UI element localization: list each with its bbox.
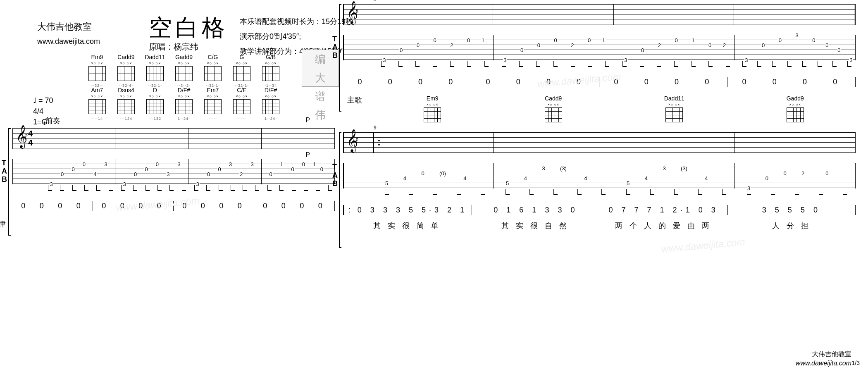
system-bracket xyxy=(339,4,341,112)
tab-label: TAB xyxy=(332,163,338,188)
staff-bars: 9 xyxy=(373,132,856,153)
melody-label: 主旋律 xyxy=(0,219,6,229)
chord-Dsus4: Dsus4 ×○ ○×---124 xyxy=(116,87,136,116)
melody-line: 0000000000000000 xyxy=(12,201,335,213)
tab-bars: 300043300033300323010010 xyxy=(42,159,335,184)
tab-label: TAB xyxy=(332,35,338,60)
chord-Dadd11: Dadd11 ×○ ○×--32-1- xyxy=(145,54,165,83)
tablature: TAB P 300043300033300323010010 xyxy=(12,159,335,184)
chord-Em7: Em7 ×○ ○×----- xyxy=(203,87,223,116)
chord-diagrams-above: Em9 ×○ ○× Cadd9 ×○ ○× Dadd11 ×○ ○× Gadd9… xyxy=(372,95,856,124)
brand-url: www.daweijita.com xyxy=(37,37,100,46)
melody-numbers: :0 3 3 3 5 5·3 2 10 1 6 1 3 3 00 7 7 7 1… xyxy=(343,205,856,217)
tablature: TAB 540(0)4543(3)4543(3)430020 xyxy=(343,163,856,188)
tab-bars: 540(0)4543(3)4543(3)430020 xyxy=(373,163,856,188)
intro-label: 前奏 xyxy=(45,116,60,126)
chord-Em9: Em9 ×○ ○× xyxy=(422,95,443,124)
system-bracket xyxy=(8,128,11,236)
chord-D: D ×○ ○×---132 xyxy=(145,87,165,116)
system-bracket xyxy=(339,132,341,248)
chord-Gadd9: Gadd9 ×○ ○×--3--2- xyxy=(174,54,194,83)
notation-staff: 𝄞 ♯ 9 xyxy=(343,132,856,153)
chord-Em9: Em9 ×○ ○×--32-- xyxy=(87,54,107,83)
notation-staff: 𝄞 ♯ 44 1 xyxy=(12,128,335,149)
repeat-start-icon xyxy=(373,132,376,153)
page-number: 1/3 xyxy=(852,360,860,366)
music-system-1: 吉他 主旋律 前奏 P 𝄞 ♯ 44 1 TAB P 3000433000333… xyxy=(12,128,335,236)
key-signature: ♯ xyxy=(355,7,359,15)
key-signature: ♯ xyxy=(355,136,359,143)
chord-D/F#: D/F# ×○ ○×1--24- xyxy=(260,87,281,116)
chord-D/F#: D/F# ×○ ○×1--24- xyxy=(174,87,194,116)
key-signature: ♯ xyxy=(25,131,28,139)
chord-C/G: C/G ×○ ○×--32-1- xyxy=(203,54,223,83)
staff-bars: 5 xyxy=(373,4,856,25)
verse-label: 主歌 xyxy=(347,95,362,105)
chord-G/B: G/B ×○ ○×-1--34 xyxy=(260,54,281,83)
chord-diagrams-row2: Am7 ×○ ○×----14 Dsus4 ×○ ○×---124 D ×○ ○… xyxy=(87,87,281,116)
footer: 大伟吉他教室 www.daweijita.com xyxy=(796,350,851,368)
pull-off-mark: P xyxy=(305,117,310,124)
chord-Cadd9: Cadd9 ×○ ○×--32-4- xyxy=(116,54,136,83)
time-signature: 44 xyxy=(28,129,33,147)
chord-Dadd11: Dadd11 ×○ ○× xyxy=(664,95,684,124)
chord-Am7: Am7 ×○ ○×----14 xyxy=(87,87,107,116)
staff-bars: 1 xyxy=(42,128,335,149)
tab-label: TAB xyxy=(2,159,7,184)
tab-bars: 30002013000201302010230030003 xyxy=(373,35,856,60)
pull-off-mark-tab: P xyxy=(305,151,310,159)
notation-staff: 𝄞 ♯ 5 xyxy=(343,4,856,25)
chord-diagrams-row1: Em9 ×○ ○×--32-- Cadd9 ×○ ○×--32-4- Dadd1… xyxy=(87,54,281,83)
lyrics-line: 其 实 很 简 单其 实 很 自 然两 个 人 的 爱 由 两人 分 担 xyxy=(343,221,856,231)
music-system-3: 主歌 Em9 ×○ ○× Cadd9 ×○ ○× Dadd11 ×○ ○× Ga… xyxy=(343,132,856,248)
song-title: 空白格 xyxy=(149,12,228,44)
chord-Cadd9: Cadd9 ×○ ○× xyxy=(543,95,564,124)
melody-line: 0000000000000000 xyxy=(343,77,856,89)
chord-G: G ×○ ○×--32-1- xyxy=(231,54,252,83)
chord-Gadd9: Gadd9 ×○ ○× xyxy=(785,95,806,124)
chord-C/E: C/E ×○ ○×----- xyxy=(231,87,252,116)
artist-line: 原唱：杨宗纬 xyxy=(149,41,198,52)
brand-name: 大伟吉他教室 xyxy=(37,21,92,33)
tablature: TAB 30002013000201302010230030003 xyxy=(343,35,856,60)
